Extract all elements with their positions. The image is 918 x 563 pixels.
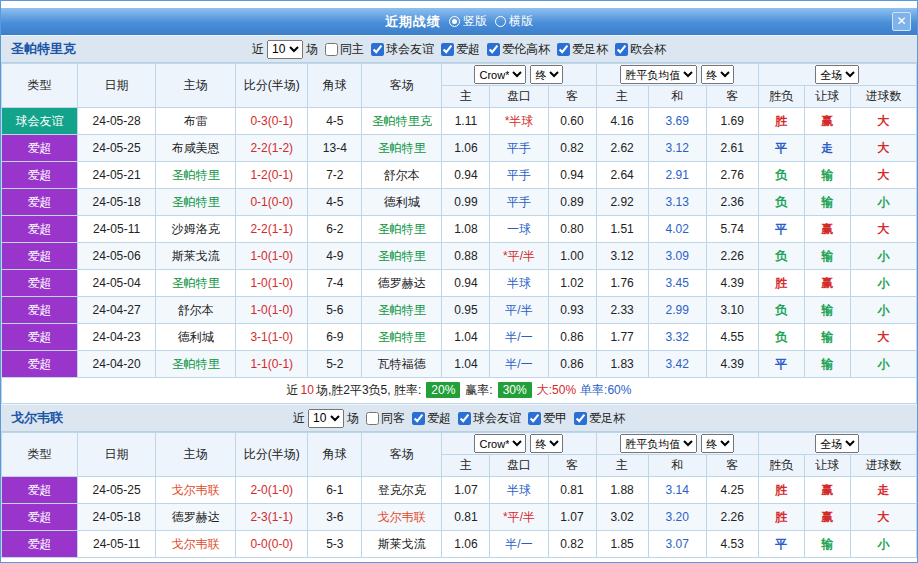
- games-label: 场: [306, 41, 318, 58]
- home-team: 圣帕特里: [156, 162, 236, 189]
- away-team: 登克尔克: [362, 477, 442, 504]
- euro-odds-group-header: 胜平负均值终: [596, 64, 758, 86]
- euro-draw-odds: 3.69: [648, 108, 706, 135]
- odds-company-select[interactable]: Crow*: [474, 65, 526, 84]
- result-handicap: 走: [804, 135, 850, 162]
- summary-count: 10: [301, 383, 314, 397]
- corner-count: 7-2: [308, 162, 362, 189]
- venue-checkbox[interactable]: [325, 43, 338, 56]
- ah-home-odds: 1.04: [442, 324, 490, 351]
- column-header: 主场: [156, 64, 236, 108]
- sub-column-header: 和: [648, 86, 706, 108]
- close-button[interactable]: ✕: [892, 12, 911, 31]
- euro-final-select[interactable]: 终: [701, 65, 734, 84]
- recent-count-select[interactable]: 10: [267, 40, 303, 59]
- home-team: 德利城: [156, 324, 236, 351]
- recent-count-select[interactable]: 10: [308, 409, 344, 428]
- ah-away-odds: 1.00: [548, 243, 596, 270]
- euro-home-odds: 1.85: [596, 531, 648, 558]
- vertical-layout-label: 竖版: [463, 13, 487, 30]
- competition-checkbox[interactable]: [574, 412, 587, 425]
- ah-away-odds: 0.82: [548, 135, 596, 162]
- venue-checkbox[interactable]: [366, 412, 379, 425]
- corner-count: 3-6: [308, 504, 362, 531]
- home-team: 沙姆洛克: [156, 216, 236, 243]
- ah-away-odds: 0.60: [548, 108, 596, 135]
- corner-count: 6-2: [308, 216, 362, 243]
- euro-draw-odds: 3.13: [648, 189, 706, 216]
- corner-count: 5-3: [308, 531, 362, 558]
- euro-avg-select[interactable]: 胜平负均值: [620, 434, 697, 453]
- competition-checkbox[interactable]: [557, 43, 570, 56]
- euro-odds-group-header: 胜平负均值终: [596, 433, 758, 455]
- result-goals: 大: [850, 504, 916, 531]
- sub-column-header: 进球数: [850, 455, 916, 477]
- euro-draw-odds: 3.45: [648, 270, 706, 297]
- odds-final-select[interactable]: 终: [530, 65, 563, 84]
- sub-column-header: 胜负: [758, 86, 804, 108]
- sub-column-header: 盘口: [490, 86, 548, 108]
- recent-label: 近: [252, 41, 264, 58]
- euro-draw-odds: 3.07: [648, 531, 706, 558]
- scope-select[interactable]: 全场: [815, 434, 859, 453]
- scope-select[interactable]: 全场: [815, 65, 859, 84]
- vertical-layout-radio[interactable]: [449, 16, 460, 27]
- competition-checkbox[interactable]: [371, 43, 384, 56]
- result-handicap: 赢: [804, 108, 850, 135]
- competition-checkbox[interactable]: [458, 412, 471, 425]
- horizontal-layout-option[interactable]: 横版: [495, 13, 533, 30]
- away-team: 圣帕特里: [362, 324, 442, 351]
- match-score: 0-0(0-0): [236, 531, 308, 558]
- section-header: 戈尔韦联近10场同客爱超球会友谊爱甲爱足杯: [1, 404, 917, 432]
- competition-checkbox[interactable]: [412, 412, 425, 425]
- odds-final-select[interactable]: 终: [530, 434, 563, 453]
- home-team: 戈尔韦联: [156, 531, 236, 558]
- column-header: 类型: [2, 64, 78, 108]
- summary-big-rate: 大:50%: [537, 383, 576, 397]
- vertical-layout-option[interactable]: 竖版: [449, 13, 487, 30]
- ah-away-odds: 1.02: [548, 270, 596, 297]
- sub-column-header: 客: [706, 86, 758, 108]
- euro-draw-odds: 3.20: [648, 504, 706, 531]
- euro-avg-select[interactable]: 胜平负均值: [620, 65, 697, 84]
- result-handicap: 输: [804, 297, 850, 324]
- result-wdl: 胜: [758, 108, 804, 135]
- column-header: 主场: [156, 433, 236, 477]
- ah-home-odds: 0.88: [442, 243, 490, 270]
- result-wdl: 平: [758, 531, 804, 558]
- table-row: 爱超24-04-27舒尔本1-0(1-0)5-6圣帕特里0.95平/半0.932…: [2, 297, 917, 324]
- table-row: 爱超24-04-20圣帕特里1-1(0-1)5-2瓦特福德1.04半/一0.86…: [2, 351, 917, 378]
- table-row: 爱超24-05-25戈尔韦联2-0(1-0)6-1登克尔克1.07半球0.811…: [2, 477, 917, 504]
- horizontal-layout-radio[interactable]: [495, 16, 506, 27]
- column-header: 日期: [78, 64, 156, 108]
- competition-checkbox[interactable]: [487, 43, 500, 56]
- competition-checkbox[interactable]: [615, 43, 628, 56]
- sub-column-header: 和: [648, 455, 706, 477]
- result-group-header: 全场: [758, 433, 916, 455]
- euro-home-odds: 1.83: [596, 351, 648, 378]
- euro-home-odds: 4.16: [596, 108, 648, 135]
- euro-final-select[interactable]: 终: [701, 434, 734, 453]
- competition-label: 球会友谊: [473, 410, 521, 427]
- corner-count: 7-4: [308, 270, 362, 297]
- euro-home-odds: 2.62: [596, 135, 648, 162]
- table-row: 爱超24-05-21圣帕特里1-2(0-1)7-2舒尔本0.94平手0.942.…: [2, 162, 917, 189]
- games-label: 场: [347, 410, 359, 427]
- match-score: 2-3(1-1): [236, 504, 308, 531]
- odds-company-select[interactable]: Crow*: [474, 434, 526, 453]
- ah-home-odds: 0.95: [442, 297, 490, 324]
- ah-home-odds: 1.04: [442, 351, 490, 378]
- euro-away-odds: 4.39: [706, 270, 758, 297]
- team-name: 戈尔韦联: [11, 409, 63, 427]
- home-team: 布咸美恩: [156, 135, 236, 162]
- competition-checkbox[interactable]: [441, 43, 454, 56]
- results-table: 类型日期主场比分(半场)角球客场Crow*终胜平负均值终全场主盘口客主和客胜负让…: [1, 63, 917, 404]
- table-row: 爱超24-05-11戈尔韦联0-0(0-0)5-3斯莱戈流1.06半/一0.82…: [2, 531, 917, 558]
- competition-checkbox[interactable]: [528, 412, 541, 425]
- match-date: 24-05-11: [78, 216, 156, 243]
- euro-home-odds: 3.02: [596, 504, 648, 531]
- result-goals: 大: [850, 216, 916, 243]
- sub-column-header: 进球数: [850, 86, 916, 108]
- euro-home-odds: 2.33: [596, 297, 648, 324]
- corner-count: 4-9: [308, 243, 362, 270]
